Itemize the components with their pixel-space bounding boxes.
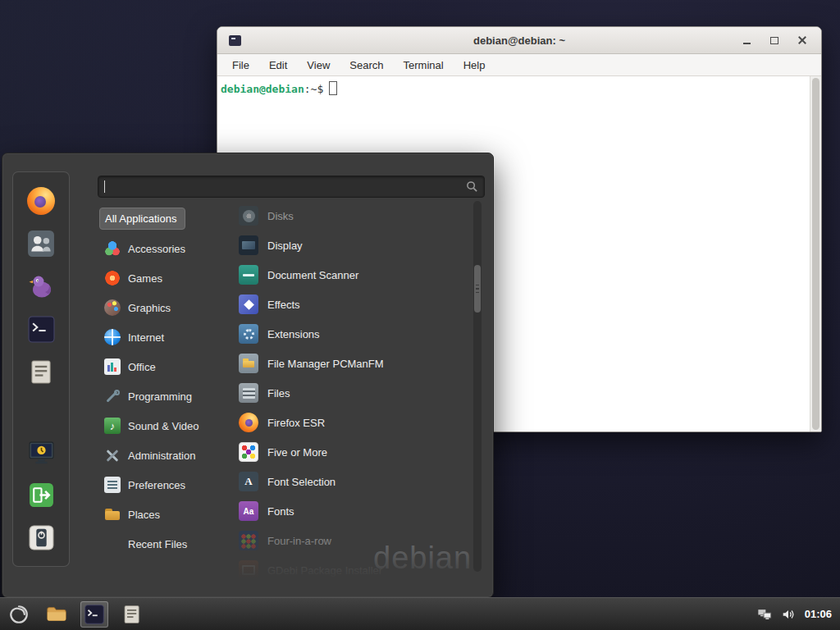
menu-item-edit[interactable]: Edit [269, 59, 287, 71]
window-title: debian@debian: ~ [217, 34, 821, 47]
app-fonts[interactable]: Fonts [234, 496, 470, 526]
app-label: GDebi Package Installer [267, 564, 382, 577]
favorite-firefox-icon[interactable] [25, 185, 57, 217]
category-places[interactable]: Places [99, 500, 168, 529]
terminal-task-button[interactable] [80, 601, 108, 628]
category-programming[interactable]: Programming [99, 381, 200, 411]
terminal-menubar: File Edit View Search Terminal Help [217, 54, 821, 76]
maximize-icon[interactable] [765, 32, 783, 48]
category-label: Internet [128, 331, 164, 344]
games-icon [104, 270, 121, 286]
app-label: Files [267, 387, 290, 399]
search-box[interactable] [98, 176, 485, 198]
log-out-icon[interactable] [25, 479, 57, 510]
font-selection-icon [239, 472, 258, 491]
category-administration[interactable]: Administration [99, 441, 203, 470]
prompt-path: :~$ [304, 83, 323, 95]
app-list-scrollbar[interactable] [473, 201, 482, 572]
search-input[interactable] [98, 176, 484, 197]
terminal-titlebar[interactable]: debian@debian: ~ [217, 27, 821, 54]
extensions-icon [239, 324, 258, 344]
graphics-icon [104, 299, 121, 316]
favorite-terminal-icon[interactable] [25, 313, 57, 345]
clock[interactable]: 01:06 [805, 608, 832, 620]
category-label: Administration [128, 450, 195, 462]
app-label: Fonts [267, 505, 294, 518]
category-label: Graphics [128, 302, 171, 314]
app-firefox-esr[interactable]: Firefox ESR [234, 408, 470, 437]
category-label: Programming [128, 390, 192, 403]
minimize-icon[interactable] [737, 32, 756, 48]
network-icon[interactable] [757, 607, 772, 622]
display-icon [239, 235, 258, 255]
app-label: Effects [267, 299, 300, 311]
app-label: Font Selection [267, 476, 336, 488]
menu-button[interactable] [5, 601, 33, 628]
app-label: Display [267, 240, 303, 252]
menu-item-view[interactable]: View [307, 59, 330, 71]
favorite-people-icon[interactable] [25, 228, 57, 259]
shut-down-icon[interactable] [25, 522, 57, 553]
category-list: All Applications Accessories Games Graph… [99, 204, 229, 559]
firefox-icon [239, 413, 258, 432]
fonts-icon [239, 501, 258, 521]
category-recent-files[interactable]: Recent Files [99, 529, 195, 559]
text-caret [104, 180, 105, 193]
app-extensions[interactable]: Extensions [234, 319, 470, 349]
preferences-icon [104, 477, 121, 493]
favorite-documents-icon[interactable] [25, 356, 57, 387]
lock-screen-icon[interactable] [25, 436, 57, 468]
category-label: Places [128, 509, 160, 521]
prompt-user: debian@debian [221, 83, 304, 95]
menu-item-help[interactable]: Help [463, 59, 486, 71]
category-label: All Applications [105, 212, 176, 225]
category-office[interactable]: Office [99, 352, 164, 381]
app-gdebi-package-installer[interactable]: GDebi Package Installer [234, 555, 470, 585]
app-label: File Manager PCManFM [267, 358, 384, 370]
app-font-selection[interactable]: Font Selection [234, 467, 470, 496]
app-four-in-a-row[interactable]: Four-in-a-row [234, 526, 470, 555]
sound-video-icon [104, 418, 121, 434]
app-label: Four-in-a-row [267, 535, 331, 547]
application-list: Disks Display Document Scanner Effects E… [234, 201, 470, 587]
category-label: Office [128, 361, 156, 373]
category-all-applications[interactable]: All Applications [99, 208, 185, 230]
administration-icon [104, 447, 121, 463]
app-label: Firefox ESR [267, 417, 325, 429]
application-menu: debian [2, 153, 494, 598]
files-launcher-icon[interactable] [118, 601, 146, 628]
taskbar: 01:06 [0, 597, 840, 630]
app-file-manager-pcmanfm[interactable]: File Manager PCManFM [234, 349, 470, 378]
category-preferences[interactable]: Preferences [99, 470, 194, 500]
app-list-scrollbar-thumb[interactable] [474, 265, 481, 313]
file-manager-launcher-icon[interactable] [43, 601, 71, 628]
app-effects[interactable]: Effects [234, 290, 470, 319]
close-icon[interactable] [793, 32, 811, 48]
category-accessories[interactable]: Accessories [99, 234, 194, 263]
terminal-app-icon [229, 35, 241, 46]
app-document-scanner[interactable]: Document Scanner [234, 260, 470, 290]
menu-item-terminal[interactable]: Terminal [404, 59, 444, 71]
menu-item-file[interactable]: File [232, 59, 249, 71]
category-graphics[interactable]: Graphics [99, 293, 179, 322]
programming-icon [104, 388, 121, 404]
category-label: Preferences [128, 479, 185, 491]
volume-icon[interactable] [781, 607, 796, 622]
gdebi-icon [239, 560, 258, 580]
category-sound-video[interactable]: Sound & Video [99, 411, 208, 441]
terminal-scrollbar[interactable] [810, 76, 821, 431]
internet-globe-icon [104, 329, 121, 345]
terminal-scrollbar-thumb[interactable] [812, 78, 819, 430]
app-files[interactable]: Files [234, 378, 470, 408]
five-or-more-icon [239, 442, 258, 462]
office-icon [104, 358, 121, 375]
disks-icon [239, 206, 258, 226]
desktop: debian@debian: ~ File Edit View Search T… [0, 0, 840, 630]
category-games[interactable]: Games [99, 263, 171, 293]
app-disks[interactable]: Disks [234, 201, 470, 231]
category-internet[interactable]: Internet [99, 322, 172, 352]
app-five-or-more[interactable]: Five or More [234, 437, 470, 467]
app-display[interactable]: Display [234, 231, 470, 260]
menu-item-search[interactable]: Search [349, 59, 383, 71]
favorite-mascot-icon[interactable] [25, 271, 57, 302]
